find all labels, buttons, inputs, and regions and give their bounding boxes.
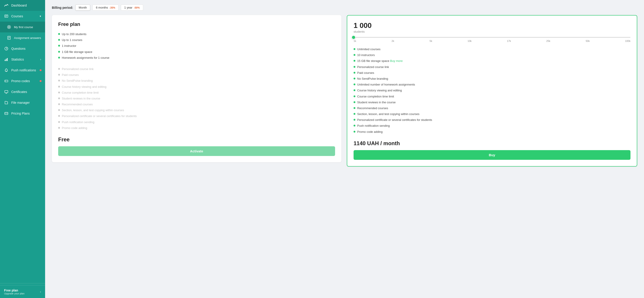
inactive-dot xyxy=(58,103,60,105)
feature-text: Personalized course link xyxy=(357,65,389,69)
sidebar-item-courses[interactable]: Courses ▾ xyxy=(0,11,45,22)
active-dot xyxy=(354,131,355,133)
feature-item: Up to 200 students xyxy=(58,31,335,37)
billing-1year-button[interactable]: 1 year -50% xyxy=(121,4,143,10)
file-icon xyxy=(4,100,8,105)
active-dot xyxy=(354,78,355,79)
free-plan-features-inactive: Personalized course linkPaid coursesNo S… xyxy=(58,66,335,131)
feature-item: Unlimited number of homework assignments xyxy=(354,82,630,88)
feature-text: Up to 200 students xyxy=(62,32,86,36)
activate-button[interactable]: Activate xyxy=(58,146,335,156)
active-dot xyxy=(354,72,355,74)
active-dot xyxy=(354,60,355,62)
cert-icon xyxy=(4,90,8,94)
feature-text: No SendPulse branding xyxy=(62,79,93,83)
feature-text: Personalized course link xyxy=(62,67,94,71)
feature-item: Personalized certificate or several cert… xyxy=(354,117,630,123)
sidebar-item-my-first-course[interactable]: My first course xyxy=(0,22,45,32)
inactive-dot xyxy=(58,86,60,88)
svg-text:?: ? xyxy=(6,47,8,50)
sidebar-item-assignment-answers[interactable]: Assignment answers xyxy=(0,32,45,43)
inactive-dot xyxy=(58,92,60,93)
feature-item: Recommended courses xyxy=(354,105,630,111)
inactive-dot xyxy=(58,97,60,99)
upgrade-plan-link[interactable]: Upgrade your plan xyxy=(4,292,24,295)
sidebar-collapse-button[interactable]: ‹ xyxy=(40,290,41,294)
feature-text: Promo code adding xyxy=(357,130,383,134)
active-dot xyxy=(354,66,355,68)
feature-text: Student reviews in the course xyxy=(357,100,396,104)
free-plan-title: Free plan xyxy=(58,21,335,27)
sidebar-item-certificates[interactable]: Certificates xyxy=(0,86,45,97)
feature-item: Personalized course link xyxy=(58,66,335,72)
chevron-down-icon: ▾ xyxy=(40,15,41,18)
feature-text: Section, lesson, and test copying within… xyxy=(62,108,124,112)
feature-item: Paid courses xyxy=(58,72,335,78)
free-plan-price: Free xyxy=(58,136,335,143)
sidebar-item-statistics[interactable]: Statistics › xyxy=(0,54,45,65)
sidebar-item-pricing-plans[interactable]: Pricing Plans xyxy=(0,108,45,119)
inactive-dot xyxy=(58,68,60,70)
feature-item: Course history viewing and editing xyxy=(354,88,630,93)
assignment-icon xyxy=(7,35,11,40)
svg-rect-11 xyxy=(5,60,6,61)
feature-text: 1 GB file storage space xyxy=(62,50,92,54)
main-content: Billing period: Month 6 months -35% 1 ye… xyxy=(45,0,644,298)
inactive-dot xyxy=(58,121,60,123)
feature-item: 1 GB file storage space xyxy=(58,49,335,55)
feature-text: Push notification sending xyxy=(62,120,94,124)
feature-item: Unlimited courses xyxy=(354,46,630,52)
sidebar-item-questions[interactable]: ? Questions xyxy=(0,43,45,54)
feature-text: Homework assignments for 1 course xyxy=(62,56,109,60)
paid-plan-card: 1 000 students 1k2k5k10k17k25k50k100k Un… xyxy=(347,15,637,166)
slider-label: 17k xyxy=(507,40,511,42)
sidebar-item-file-manager[interactable]: File manager xyxy=(0,97,45,108)
chevron-right-icon: › xyxy=(40,58,41,61)
feature-text: 15 GB file storage space Buy more xyxy=(357,59,403,63)
inactive-dot xyxy=(58,115,60,117)
feature-text: Push notification sending xyxy=(357,124,390,128)
push-icon xyxy=(4,68,8,72)
chart-icon xyxy=(4,3,8,8)
students-slider[interactable]: 1k2k5k10k17k25k50k100k xyxy=(354,37,630,42)
feature-item: Paid courses xyxy=(354,70,630,76)
feature-text: Unlimited courses xyxy=(357,47,380,51)
courses-icon xyxy=(4,14,8,18)
feature-text: Course history viewing and editing xyxy=(62,85,106,89)
svg-rect-15 xyxy=(5,80,8,82)
slider-label: 2k xyxy=(392,40,394,42)
sidebar-item-push-notifications[interactable]: Push notifications xyxy=(0,65,45,76)
svg-rect-20 xyxy=(5,112,8,115)
feature-text: Course history viewing and editing xyxy=(357,88,402,93)
feature-item: 1 instructor xyxy=(58,43,335,49)
sidebar-item-label: Promo codes xyxy=(11,79,30,83)
billing-1year-discount: -50% xyxy=(134,6,140,9)
feature-text: Recommended courses xyxy=(357,106,388,110)
feature-text: 10 instructors xyxy=(357,53,375,57)
inactive-dot xyxy=(58,127,60,129)
sidebar-item-promo-codes[interactable]: Promo codes xyxy=(0,76,45,86)
feature-item: Course history viewing and editing xyxy=(58,84,335,90)
active-dot xyxy=(354,84,355,85)
sidebar-item-label: My first course xyxy=(14,25,33,29)
buy-button[interactable]: Buy xyxy=(354,150,630,160)
feature-text: Course completion time limit xyxy=(357,95,394,99)
billing-month-button[interactable]: Month xyxy=(75,4,90,10)
feature-item: 15 GB file storage space Buy more xyxy=(354,58,630,64)
feature-item: Personalized course link xyxy=(354,64,630,70)
buy-more-link[interactable]: Buy more xyxy=(390,59,403,63)
feature-item: Promo code adding xyxy=(354,129,630,135)
feature-item: No SendPulse branding xyxy=(58,78,335,84)
sidebar-item-label: Courses xyxy=(11,14,23,18)
active-dot xyxy=(354,125,355,127)
svg-rect-12 xyxy=(6,59,6,61)
feature-item: Up to 1 courses xyxy=(58,37,335,43)
feature-item: No SendPulse branding xyxy=(354,76,630,82)
feature-item: Personalized certificate or several cert… xyxy=(58,113,335,119)
sidebar-item-label: Push notifications xyxy=(11,68,36,72)
feature-item: Student reviews in the course xyxy=(354,100,630,105)
slider-label: 100k xyxy=(625,40,630,42)
feature-item: 10 instructors xyxy=(354,52,630,58)
sidebar-item-dashboard[interactable]: Dashboard xyxy=(0,0,45,11)
billing-6months-button[interactable]: 6 months -35% xyxy=(92,4,118,10)
